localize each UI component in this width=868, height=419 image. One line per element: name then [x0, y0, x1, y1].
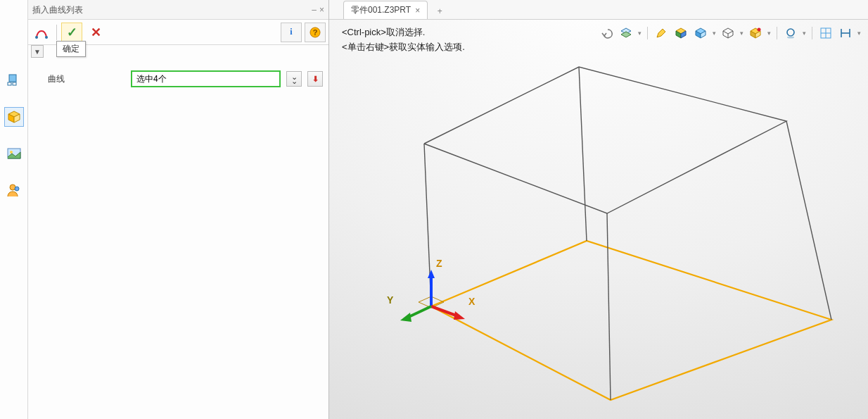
svg-marker-22 — [454, 311, 465, 320]
view-shadow-button[interactable] — [783, 25, 798, 41]
svg-point-38 — [758, 28, 761, 32]
view-toolbar: ▾ ▾ ▾ ▾ ▾ ▾ — [599, 25, 861, 41]
left-icon-strip — [0, 0, 28, 419]
svg-text:?: ? — [313, 28, 318, 37]
render-solid-button[interactable] — [673, 25, 689, 41]
info-button[interactable]: i — [281, 23, 302, 42]
svg-point-9 — [15, 187, 19, 191]
undo-button[interactable] — [599, 25, 614, 41]
strip-image-icon[interactable] — [4, 144, 24, 163]
viewport-3d[interactable]: Z Y X — [329, 20, 868, 419]
tab-add-button[interactable]: + — [432, 4, 447, 19]
svg-line-16 — [579, 67, 587, 241]
viewport-hints: <Ctrl-pick>取消选择. <单击右键>获取实体输入选项. — [342, 25, 465, 55]
svg-point-10 — [35, 36, 38, 39]
panel-title-text: 插入曲线列表 — [32, 0, 83, 20]
ok-button[interactable]: ✓ — [61, 23, 82, 42]
cross-icon: ✕ — [91, 25, 101, 40]
svg-rect-1 — [8, 82, 11, 85]
hint-line-2: <单击右键>获取实体输入选项. — [342, 40, 465, 55]
document-tabs: 零件001.Z3PRT × + — [329, 0, 868, 20]
curve-field-label: 曲线 — [48, 73, 125, 85]
main-area: 零件001.Z3PRT × + — [329, 0, 868, 419]
svg-point-11 — [45, 36, 48, 39]
tab-close-icon[interactable]: × — [415, 6, 420, 15]
svg-marker-24 — [400, 313, 411, 322]
axis-label-z: Z — [436, 258, 442, 269]
down-arrow-icon: ⬇ — [312, 75, 319, 84]
svg-rect-0 — [9, 75, 16, 82]
svg-point-40 — [787, 37, 794, 39]
svg-marker-20 — [428, 270, 435, 278]
edit-button[interactable] — [653, 25, 669, 41]
panel-title-bar: 插入曲线列表 – × — [28, 0, 328, 20]
hint-line-1: <Ctrl-pick>取消选择. — [342, 25, 465, 40]
svg-marker-33 — [723, 28, 733, 34]
strip-model-tree-icon[interactable] — [4, 70, 24, 90]
section-collapse-toggle[interactable]: ▼ — [31, 45, 44, 58]
insert-curve-panel: 插入曲线列表 – × ✓ ✕ i ? 确定 ▼ — [28, 0, 329, 419]
svg-line-23 — [407, 306, 431, 318]
svg-marker-14 — [431, 241, 831, 400]
curve-tool-icon[interactable] — [31, 23, 52, 42]
panel-close-icon[interactable]: × — [319, 0, 324, 20]
panel-minimize-icon[interactable]: – — [312, 0, 317, 20]
scene-svg — [329, 20, 868, 419]
svg-line-21 — [431, 306, 458, 316]
curve-selection-row: 曲线 ⌄⌄ ⬇ — [28, 66, 328, 92]
panel-toolbar: ✓ ✕ i ? 确定 — [28, 20, 328, 45]
strip-user-icon[interactable] — [4, 180, 24, 200]
chevron-down-icon: ▼ — [34, 48, 41, 56]
check-icon: ✓ — [67, 25, 77, 40]
svg-point-7 — [10, 151, 13, 154]
help-button[interactable]: ? — [305, 23, 326, 42]
info-icon: i — [290, 27, 292, 37]
double-chevron-down-icon: ⌄⌄ — [291, 75, 298, 83]
curve-selection-input[interactable] — [131, 70, 281, 87]
plus-icon: + — [438, 6, 442, 16]
tab-part001[interactable]: 零件001.Z3PRT × — [343, 1, 428, 19]
svg-point-39 — [787, 29, 794, 36]
layers-button[interactable] — [618, 25, 634, 41]
svg-marker-26 — [621, 32, 631, 37]
view-measure-button[interactable] — [838, 25, 853, 41]
view-grid-button[interactable] — [818, 25, 834, 41]
selection-expand-button[interactable]: ⌄⌄ — [286, 71, 302, 87]
strip-part-icon[interactable] — [4, 107, 24, 127]
svg-line-18 — [607, 213, 611, 400]
render-multi-button[interactable] — [748, 25, 763, 41]
svg-line-17 — [786, 121, 831, 320]
tab-label: 零件001.Z3PRT — [351, 4, 411, 16]
selection-pick-button[interactable]: ⬇ — [307, 71, 323, 87]
ok-tooltip: 确定 — [56, 41, 86, 57]
render-shaded-button[interactable] — [693, 25, 708, 41]
render-wireframe-button[interactable] — [720, 25, 736, 41]
svg-rect-2 — [13, 82, 16, 85]
axis-label-y: Y — [387, 294, 393, 306]
axis-label-x: X — [468, 296, 475, 307]
cancel-button[interactable]: ✕ — [85, 23, 106, 42]
